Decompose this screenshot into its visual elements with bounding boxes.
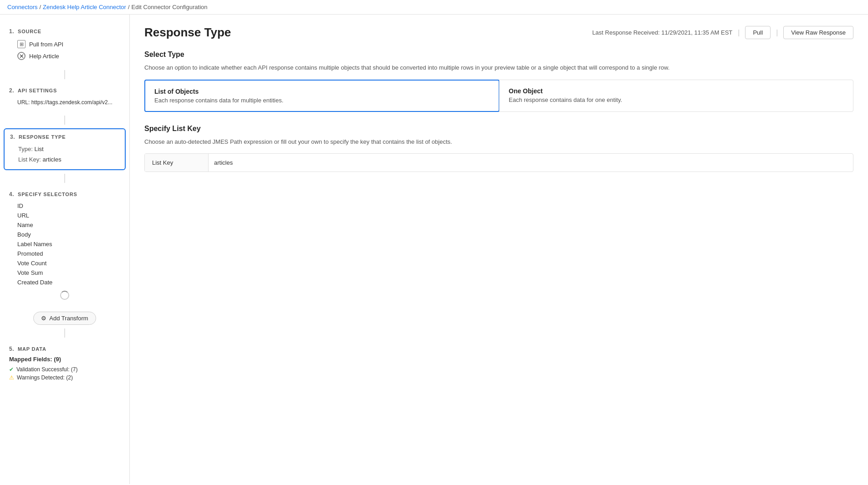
validation-success: ✔ Validation Successful: (7) — [9, 365, 120, 374]
list-key-sidebar-label: List Key: — [18, 156, 41, 163]
select-type-section: Select Type Choose an option to indicate… — [144, 51, 853, 112]
sidebar-section-source: 1. SOURCE ⊞ Pull from API ✕ Help Article — [4, 24, 126, 66]
list-key-section-label: Specify List Key — [144, 125, 853, 133]
source-help-article[interactable]: ✕ Help Article — [9, 50, 120, 62]
type-option-list[interactable]: List of Objects Each response contains d… — [144, 80, 500, 112]
list-key-label-cell: List Key — [145, 154, 209, 172]
single-option-title: One Object — [509, 87, 844, 95]
selector-promoted: Promoted — [9, 249, 120, 258]
response-type-title: RESPONSE TYPE — [19, 134, 66, 140]
page-header: Response Type Last Response Received: 11… — [144, 25, 853, 40]
api-header: 2. API SETTINGS — [9, 87, 120, 94]
source-pull-api[interactable]: ⊞ Pull from API — [9, 38, 120, 50]
selector-vote-sum: Vote Sum — [9, 268, 120, 278]
api-number: 2. — [9, 87, 14, 94]
selector-id: ID — [9, 201, 120, 211]
selectors-number: 4. — [9, 191, 14, 197]
last-response-value: 11/29/2021, 11:35 AM EST — [661, 29, 732, 36]
divider-2 — [64, 116, 65, 125]
selector-url: URL — [9, 211, 120, 220]
list-option-title: List of Objects — [154, 88, 490, 95]
selector-label-names: Label Names — [9, 239, 120, 249]
add-transform-button[interactable]: ⚙ Add Transform — [33, 312, 96, 325]
api-url-value: https://tags.zendesk.com/api/v2... — [31, 99, 112, 106]
check-icon: ✔ — [9, 366, 14, 373]
header-divider-1: | — [738, 29, 740, 37]
breadcrumb-connector[interactable]: Zendesk Help Article Connector — [43, 4, 126, 10]
response-type-listkey: List Key: articles — [10, 154, 119, 165]
api-icon: ⊞ — [17, 40, 26, 48]
list-key-table: List Key — [144, 153, 853, 172]
circle-x-icon: ✕ — [17, 52, 26, 60]
warnings-text: Warnings Detected: (2) — [17, 374, 73, 381]
map-data-header: 5. MAP DATA — [9, 346, 120, 352]
main-layout: 1. SOURCE ⊞ Pull from API ✕ Help Article… — [0, 15, 868, 484]
response-type-header: 3. RESPONSE TYPE — [10, 134, 119, 140]
sidebar-section-map-data: 5. MAP DATA Mapped Fields: (9) ✔ Validat… — [4, 341, 126, 386]
map-data-number: 5. — [9, 346, 14, 352]
warnings-item: ⚠ Warnings Detected: (2) — [9, 374, 120, 382]
select-type-label: Select Type — [144, 51, 853, 59]
source-number: 1. — [9, 28, 14, 35]
type-label: Type: — [18, 146, 33, 152]
validation-success-text: Validation Successful: (7) — [16, 366, 78, 373]
sidebar-section-api: 2. API SETTINGS URL: https://tags.zendes… — [4, 83, 126, 112]
type-value: List — [34, 146, 43, 152]
selector-vote-count: Vote Count — [9, 258, 120, 268]
selector-name: Name — [9, 220, 120, 230]
api-url: URL: https://tags.zendesk.com/api/v2... — [9, 97, 120, 107]
type-option-single[interactable]: One Object Each response contains data f… — [500, 80, 853, 111]
source-help-label: Help Article — [29, 53, 59, 60]
divider-1 — [64, 70, 65, 79]
api-url-label: URL: — [17, 99, 30, 106]
list-key-input[interactable] — [209, 155, 853, 171]
sidebar-section-selectors: 4. SPECIFY SELECTORS ID URL Name Body La… — [4, 187, 126, 308]
selector-created-date: Created Date — [9, 278, 120, 287]
loading-indicator — [60, 291, 69, 300]
sidebar: 1. SOURCE ⊞ Pull from API ✕ Help Article… — [0, 15, 130, 484]
transform-icon: ⚙ — [41, 315, 46, 322]
divider-3 — [64, 174, 65, 183]
type-options-container: List of Objects Each response contains d… — [144, 80, 853, 112]
breadcrumb-current: Edit Connector Configuration — [132, 4, 208, 10]
header-right: Last Response Received: 11/29/2021, 11:3… — [592, 26, 853, 39]
selector-body: Body — [9, 230, 120, 239]
header-divider-2: | — [776, 29, 778, 37]
map-data-title: MAP DATA — [18, 346, 46, 352]
divider-4 — [64, 328, 65, 338]
breadcrumb-sep1: / — [39, 4, 41, 10]
response-type-type: Type: List — [10, 144, 119, 154]
last-response-label: Last Response Received: 11/29/2021, 11:3… — [592, 29, 732, 36]
main-content: Response Type Last Response Received: 11… — [130, 15, 868, 484]
api-title: API SETTINGS — [18, 88, 57, 93]
page-title: Response Type — [144, 25, 231, 40]
pull-button[interactable]: Pull — [745, 26, 771, 39]
response-type-number: 3. — [10, 134, 15, 140]
warn-icon: ⚠ — [9, 374, 14, 381]
breadcrumb-sep2: / — [128, 4, 130, 10]
list-key-row: List Key — [145, 154, 853, 172]
add-transform-label: Add Transform — [49, 315, 88, 322]
list-key-section: Specify List Key Choose an auto-detected… — [144, 125, 853, 172]
selectors-header: 4. SPECIFY SELECTORS — [9, 191, 120, 197]
list-key-sidebar-value: articles — [42, 156, 61, 163]
mapped-fields-label: Mapped Fields: (9) — [9, 356, 120, 363]
sidebar-section-response-type: 3. RESPONSE TYPE Type: List List Key: ar… — [4, 128, 126, 170]
source-header: 1. SOURCE — [9, 28, 120, 35]
source-title: SOURCE — [18, 29, 41, 34]
source-pull-label: Pull from API — [29, 41, 63, 48]
breadcrumb-connectors[interactable]: Connectors — [7, 4, 37, 10]
select-type-description: Choose an option to indicate whether eac… — [144, 63, 853, 72]
list-key-input-cell — [209, 155, 853, 171]
view-raw-button[interactable]: View Raw Response — [783, 26, 853, 39]
breadcrumb: Connectors / Zendesk Help Article Connec… — [0, 0, 868, 15]
list-key-description: Choose an auto-detected JMES Path expres… — [144, 137, 853, 147]
selectors-title: SPECIFY SELECTORS — [18, 192, 77, 197]
list-option-desc: Each response contains data for multiple… — [154, 97, 490, 104]
single-option-desc: Each response contains data for one enti… — [509, 96, 844, 103]
